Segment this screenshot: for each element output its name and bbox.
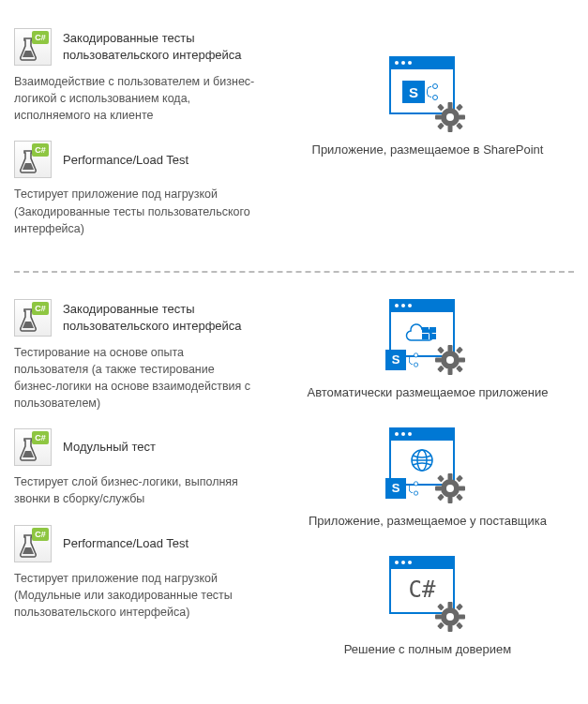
app-icon: S	[389, 299, 466, 376]
gear-icon	[432, 471, 468, 506]
test-block-perf: C# Performance/Load Test Тестирует прило…	[14, 525, 258, 621]
sharepoint-icon: S	[402, 81, 425, 103]
test-block-coded-ui: C# Закодированные тесты пользовательског…	[14, 28, 258, 124]
test-desc: Взаимодействие с пользователем и бизнес-…	[14, 73, 258, 124]
gear-icon	[432, 342, 468, 378]
test-icon: C#	[14, 28, 52, 66]
sharepoint-icon: S	[385, 350, 406, 370]
test-title: Закодированные тесты пользовательского и…	[63, 30, 242, 63]
sharepoint-icon: S	[385, 478, 406, 499]
gear-icon	[432, 599, 468, 635]
test-desc: Тестирует приложение под нагрузкой (Моду…	[14, 570, 258, 621]
test-title: Performance/Load Test	[63, 535, 188, 552]
test-title: Закодированные тесты пользовательского и…	[63, 301, 242, 334]
test-icon: C#	[14, 299, 52, 337]
test-desc: Тестирует слой бизнес-логики, выполняя з…	[14, 473, 258, 507]
app-label: Приложение, размещаемое в SharePoint	[312, 142, 544, 157]
share-glyph-icon	[427, 83, 438, 100]
app-icon: S	[389, 56, 466, 133]
gear-icon	[432, 99, 468, 135]
app-label: Автоматически размещаемое приложение	[307, 385, 548, 399]
test-icon: C#	[14, 141, 52, 178]
csharp-badge-icon: C#	[32, 431, 49, 444]
test-icon: C#	[14, 428, 52, 466]
section-divider	[14, 271, 574, 273]
test-block-unit: C# Модульный тест Тестирует слой бизнес-…	[14, 428, 258, 507]
cloud-azure-icon	[401, 318, 443, 344]
test-list: C# Закодированные тесты пользовательског…	[14, 28, 258, 254]
section-sharepoint-hosted: C# Закодированные тесты пользовательског…	[14, 28, 574, 254]
test-title: Performance/Load Test	[63, 152, 188, 169]
app-icon: C#	[389, 556, 466, 633]
test-list: C# Закодированные тесты пользовательског…	[14, 299, 258, 684]
app-label: Приложение, размещаемое у поставщика	[309, 514, 547, 528]
test-icon: C#	[14, 525, 52, 562]
globe-icon	[410, 448, 434, 472]
app-sharepoint-hosted: S Приложение, размещаемое в SharePoint	[312, 56, 544, 157]
csharp-badge-icon: C#	[32, 31, 49, 44]
test-block-perf: C# Performance/Load Test Тестирует прило…	[14, 141, 258, 236]
app-provider-hosted: S Приложение, размещаемое у поставщика	[309, 427, 547, 528]
test-desc: Тестирование на основе опыта пользовател…	[14, 344, 258, 412]
csharp-badge-icon: C#	[32, 143, 49, 157]
section-other-hosting: C# Закодированные тесты пользовательског…	[14, 299, 574, 684]
app-autohosted: S Автоматически размещаемое приложение	[307, 299, 548, 399]
app-full-trust: C# Решение с полным доверием	[344, 556, 512, 656]
app-label: Решение с полным доверием	[344, 642, 512, 656]
share-glyph-icon	[409, 481, 418, 495]
test-desc: Тестирует приложение под нагрузкой (Зако…	[14, 186, 258, 236]
app-icon: S	[389, 427, 466, 504]
test-block-coded-ui: C# Закодированные тесты пользовательског…	[14, 299, 258, 412]
test-title: Модульный тест	[63, 439, 156, 456]
share-glyph-icon	[409, 352, 418, 367]
csharp-badge-icon: C#	[32, 302, 49, 315]
csharp-badge-icon: C#	[32, 528, 49, 541]
